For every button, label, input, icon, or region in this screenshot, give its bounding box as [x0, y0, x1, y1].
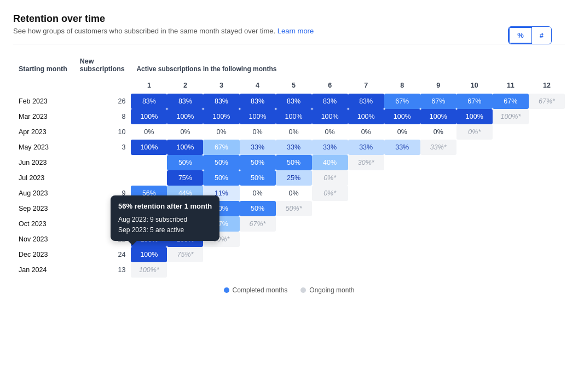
retention-cell: 83% [276, 94, 312, 109]
month-col-header: 9 [420, 77, 456, 94]
retention-cell [312, 232, 348, 247]
retention-cell [420, 262, 456, 278]
retention-cell [420, 186, 456, 201]
row-month-label: Mar 2023 [13, 109, 74, 124]
retention-cell [276, 262, 312, 278]
retention-cell: 83% [131, 94, 167, 109]
retention-cell: 67% [384, 94, 420, 109]
table-row: Aug 2023956%44%11%0%0%0%* [13, 186, 565, 201]
col-starting-month: Starting month [13, 53, 74, 77]
table-row: May 20233100%100%67%33%33%33%33%33%33%* [13, 140, 565, 155]
retention-table: Starting month New subscriptions Active … [13, 53, 565, 278]
retention-cell [420, 170, 456, 186]
retention-cell: 83% [312, 94, 348, 109]
retention-cell [384, 216, 420, 232]
retention-cell [312, 201, 348, 216]
month-col-header: 6 [312, 77, 348, 94]
retention-cell [529, 186, 565, 201]
legend: Completed months Ongoing month [13, 286, 565, 294]
retention-cell: 67%* [240, 216, 276, 232]
retention-cell [456, 201, 493, 216]
retention-cell: 25% [276, 170, 312, 186]
retention-cell: 100% [240, 109, 276, 124]
table-row: Sep 202312100%50%50%50%50%* [13, 201, 565, 216]
retention-table-container: Starting month New subscriptions Active … [13, 53, 565, 278]
row-subs-count: 8 [74, 109, 131, 124]
retention-cell [456, 247, 493, 262]
retention-cell [167, 262, 203, 278]
row-month-label: Jan 2024 [13, 262, 74, 278]
legend-ongoing-label: Ongoing month [309, 286, 354, 294]
retention-cell [493, 247, 529, 262]
retention-cell: 0% [240, 186, 276, 201]
retention-cell [529, 109, 565, 124]
retention-cell [529, 170, 565, 186]
retention-cell: 50% [276, 155, 312, 170]
retention-cell: 67% [493, 94, 529, 109]
row-subs-count: 13 [74, 262, 131, 278]
table-row: Nov 202322100%100%50%* [13, 232, 565, 247]
tooltip-line1: Aug 2023: 9 subscribed [118, 215, 212, 225]
retention-cell: 0% [420, 124, 456, 140]
learn-more-link[interactable]: Learn more [278, 27, 314, 35]
retention-cell [420, 155, 456, 170]
retention-cell [456, 170, 493, 186]
row-subs-count [74, 155, 131, 170]
retention-cell [240, 262, 276, 278]
retention-cell: 0% [276, 124, 312, 140]
retention-cell: 50% [203, 170, 239, 186]
retention-cell [348, 232, 384, 247]
retention-cell: 33% [240, 140, 276, 155]
retention-cell: 100% [384, 109, 420, 124]
retention-cell [384, 232, 420, 247]
retention-cell [529, 155, 565, 170]
month-col-header: 11 [493, 77, 529, 94]
retention-cell [276, 216, 312, 232]
retention-cell: 100% [348, 109, 384, 124]
retention-cell [493, 124, 529, 140]
retention-cell [240, 247, 276, 262]
retention-cell [348, 170, 384, 186]
retention-cell: 100% [203, 109, 239, 124]
retention-cell: 40% [312, 155, 348, 170]
month-col-header: 8 [384, 77, 420, 94]
row-subs-count: 26 [74, 94, 131, 109]
retention-cell [493, 232, 529, 247]
legend-completed: Completed months [224, 286, 288, 294]
table-row: Mar 20238100%100%100%100%100%100%100%100… [13, 109, 565, 124]
row-month-label: May 2023 [13, 140, 74, 155]
retention-cell [131, 170, 167, 186]
retention-cell [384, 262, 420, 278]
row-month-label: Jun 2023 [13, 155, 74, 170]
month-col-header: 4 [240, 77, 276, 94]
row-subs-count: 3 [74, 140, 131, 155]
retention-cell [384, 170, 420, 186]
retention-cell: 100% [131, 247, 167, 262]
retention-cell [420, 216, 456, 232]
retention-cell [203, 262, 239, 278]
col-new-subscriptions: New subscriptions [74, 53, 131, 77]
retention-cell [493, 170, 529, 186]
percent-toggle[interactable]: % [508, 27, 532, 44]
retention-cell: 83% [240, 94, 276, 109]
row-month-label: Feb 2023 [13, 94, 74, 109]
retention-cell: 0% [240, 124, 276, 140]
hash-toggle[interactable]: # [532, 27, 551, 44]
retention-cell: 0% [312, 124, 348, 140]
table-row: Jun 202350%50%50%50%40%30%* [13, 155, 565, 170]
row-subs-count: 10 [74, 124, 131, 140]
retention-cell: 0% [167, 124, 203, 140]
month-col-header: 3 [203, 77, 239, 94]
retention-cell [529, 140, 565, 155]
retention-cell: 33% [384, 140, 420, 155]
retention-cell: 67% [203, 140, 239, 155]
legend-dot-completed [224, 287, 229, 293]
month-col-header: 1 [131, 77, 167, 94]
row-month-label: Nov 2023 [13, 232, 74, 247]
row-month-label: Jul 2023 [13, 170, 74, 186]
retention-cell: 100% [456, 109, 493, 124]
page-subtitle: See how groups of customers who subscrib… [13, 27, 565, 35]
retention-cell [240, 232, 276, 247]
retention-cell [312, 262, 348, 278]
retention-cell: 100% [167, 109, 203, 124]
